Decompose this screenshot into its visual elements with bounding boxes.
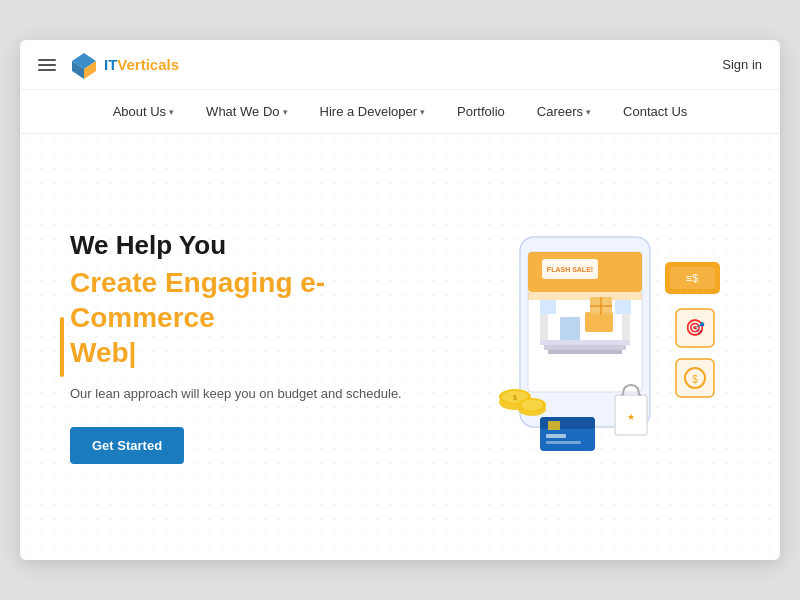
- svg-rect-12: [540, 300, 556, 314]
- logo-icon: [70, 51, 98, 79]
- svg-text:≡$: ≡$: [686, 272, 699, 284]
- svg-text:$: $: [692, 374, 698, 385]
- hero-description: Our lean approach will keep you on budge…: [70, 384, 440, 404]
- svg-text:$: $: [513, 394, 517, 402]
- svg-rect-19: [544, 345, 626, 350]
- hamburger-menu[interactable]: [38, 59, 56, 71]
- svg-rect-11: [560, 317, 580, 340]
- nav-what-we-do[interactable]: What We Do ▾: [206, 104, 287, 119]
- orange-accent-bar: [60, 317, 64, 377]
- chevron-down-icon: ▾: [586, 107, 591, 117]
- svg-rect-8: [528, 292, 642, 300]
- svg-rect-30: [546, 434, 566, 438]
- svg-point-27: [521, 400, 543, 411]
- svg-text:★: ★: [627, 412, 635, 422]
- nav-portfolio[interactable]: Portfolio: [457, 104, 505, 119]
- chevron-down-icon: ▾: [283, 107, 288, 117]
- hero-section: We Help You Create Engaging e-Commerce W…: [20, 134, 780, 560]
- signin-link[interactable]: Sign in: [722, 57, 762, 72]
- svg-rect-13: [615, 300, 631, 314]
- logo-text: ITVerticals: [104, 56, 179, 73]
- top-bar: ITVerticals Sign in: [20, 40, 780, 90]
- hero-line2-3: Create Engaging e-Commerce Web|: [70, 265, 440, 370]
- logo[interactable]: ITVerticals: [70, 51, 179, 79]
- browser-window: ITVerticals Sign in About Us ▾ What We D…: [20, 40, 780, 560]
- svg-rect-18: [540, 340, 630, 345]
- hero-line1: We Help You: [70, 230, 440, 261]
- svg-text:🎯: 🎯: [685, 318, 705, 337]
- svg-text:FLASH SALE!: FLASH SALE!: [547, 266, 593, 273]
- nav-hire-developer[interactable]: Hire a Developer ▾: [320, 104, 426, 119]
- chevron-down-icon: ▾: [420, 107, 425, 117]
- nav-careers[interactable]: Careers ▾: [537, 104, 591, 119]
- svg-rect-32: [548, 421, 560, 430]
- nav-about-us[interactable]: About Us ▾: [113, 104, 174, 119]
- nav-contact-us[interactable]: Contact Us: [623, 104, 687, 119]
- top-bar-left: ITVerticals: [38, 51, 179, 79]
- svg-rect-20: [548, 350, 622, 354]
- svg-rect-31: [546, 441, 581, 444]
- hero-content: We Help You Create Engaging e-Commerce W…: [70, 230, 440, 465]
- get-started-button[interactable]: Get Started: [70, 427, 184, 464]
- hero-illustration: FLASH SALE!: [440, 217, 740, 477]
- chevron-down-icon: ▾: [169, 107, 174, 117]
- ecommerce-illustration: FLASH SALE!: [440, 217, 740, 477]
- nav-bar: About Us ▾ What We Do ▾ Hire a Developer…: [20, 90, 780, 134]
